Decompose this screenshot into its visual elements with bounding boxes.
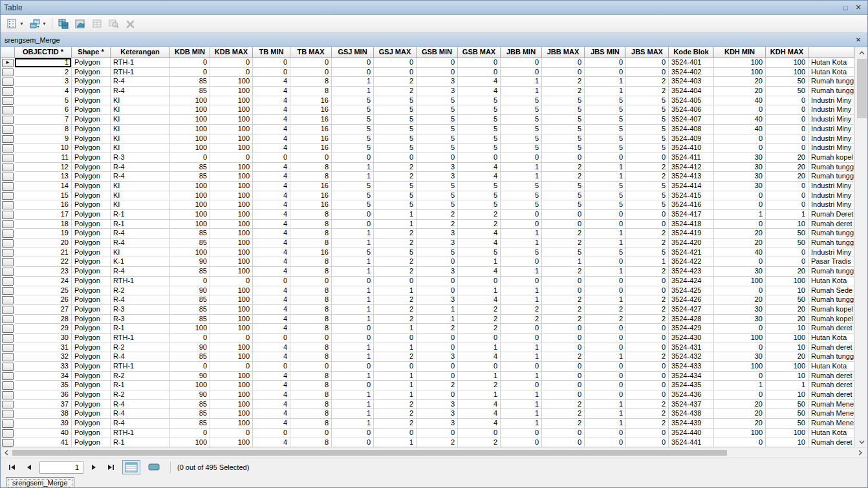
cell[interactable]: Industri Miny: [808, 191, 854, 201]
cell[interactable]: 30: [714, 182, 766, 191]
cell[interactable]: 5: [458, 200, 501, 210]
cell[interactable]: Polygon: [72, 163, 111, 173]
cell[interactable]: 40: [714, 248, 766, 258]
cell[interactable]: 2: [417, 324, 458, 334]
cell[interactable]: Polygon: [72, 409, 111, 419]
cell[interactable]: 3524-409: [669, 134, 714, 144]
cell[interactable]: 100: [210, 352, 253, 362]
row-selector[interactable]: [1, 143, 15, 153]
cell[interactable]: 5: [15, 96, 72, 106]
cell[interactable]: 85: [170, 267, 210, 277]
cell[interactable]: Rumah Mene: [808, 409, 854, 419]
cell[interactable]: 4: [253, 295, 290, 305]
cell[interactable]: 0: [501, 438, 542, 448]
cell[interactable]: 5: [626, 105, 669, 115]
cell[interactable]: 5: [332, 134, 374, 144]
cell[interactable]: 0: [626, 286, 669, 296]
cell[interactable]: 100: [170, 105, 210, 115]
cell[interactable]: 5: [585, 182, 626, 191]
cell[interactable]: 0: [332, 324, 374, 334]
cell[interactable]: 0: [210, 58, 253, 68]
cell[interactable]: 2: [626, 267, 669, 277]
cell[interactable]: 0: [332, 429, 374, 438]
cell[interactable]: 0: [585, 362, 626, 372]
cell[interactable]: 2: [417, 438, 458, 448]
cell[interactable]: 100: [170, 381, 210, 390]
row-selector[interactable]: [1, 239, 15, 248]
column-header[interactable]: JBB MIN: [501, 47, 542, 58]
cell[interactable]: 1: [766, 381, 808, 390]
cell[interactable]: Rumah kopel: [808, 305, 854, 315]
cell[interactable]: 100: [210, 248, 253, 258]
cell[interactable]: 1: [458, 257, 501, 267]
cell[interactable]: 100: [714, 362, 766, 372]
cell[interactable]: 0: [542, 334, 585, 343]
cell[interactable]: 1: [458, 343, 501, 353]
cell[interactable]: 41: [15, 438, 72, 448]
cell[interactable]: 5: [626, 96, 669, 106]
cell[interactable]: Polygon: [72, 210, 111, 220]
row-selector[interactable]: [1, 257, 15, 267]
cell[interactable]: 0: [501, 210, 542, 220]
cell[interactable]: 1: [374, 390, 417, 400]
cell[interactable]: 3524-433: [669, 362, 714, 372]
cell[interactable]: Polygon: [72, 305, 111, 315]
next-record-button[interactable]: [87, 461, 100, 474]
cell[interactable]: 2: [501, 315, 542, 324]
cell[interactable]: 8: [290, 229, 332, 239]
cell[interactable]: 4: [253, 229, 290, 239]
table-options-button[interactable]: ▼: [4, 17, 27, 31]
cell[interactable]: KI: [111, 96, 170, 106]
row-selector[interactable]: [1, 163, 15, 173]
cell[interactable]: Rumah Mene: [808, 419, 854, 429]
cell[interactable]: 2: [15, 68, 72, 78]
cell[interactable]: 10: [766, 372, 808, 381]
cell[interactable]: 4: [253, 324, 290, 334]
cell[interactable]: 0: [585, 277, 626, 286]
cell[interactable]: 85: [170, 229, 210, 239]
cell[interactable]: 0: [417, 372, 458, 381]
cell[interactable]: 85: [170, 77, 210, 87]
cell[interactable]: 100: [210, 77, 253, 87]
cell[interactable]: 3524-429: [669, 324, 714, 334]
cell[interactable]: 0: [253, 277, 290, 286]
row-selector[interactable]: [1, 115, 15, 125]
cell[interactable]: 8: [290, 220, 332, 229]
cell[interactable]: 0: [170, 362, 210, 372]
cell[interactable]: Polygon: [72, 96, 111, 106]
cell[interactable]: 8: [290, 305, 332, 315]
cell[interactable]: 0: [714, 143, 766, 153]
cell[interactable]: 30: [15, 334, 72, 343]
cell[interactable]: 1: [374, 372, 417, 381]
cell[interactable]: 0: [374, 68, 417, 78]
cell[interactable]: Rumah tungg: [808, 295, 854, 305]
cell[interactable]: 0: [374, 429, 417, 438]
cell[interactable]: 5: [501, 143, 542, 153]
cell[interactable]: KI: [111, 182, 170, 191]
cell[interactable]: Polygon: [72, 220, 111, 229]
cell[interactable]: 3524-402: [669, 68, 714, 78]
cell[interactable]: 5: [374, 105, 417, 115]
cell[interactable]: 26: [15, 295, 72, 305]
cell[interactable]: 5: [501, 105, 542, 115]
cell[interactable]: 100: [210, 163, 253, 173]
cell[interactable]: 1: [332, 267, 374, 277]
cell[interactable]: 0: [626, 153, 669, 163]
cell[interactable]: 30: [714, 163, 766, 173]
cell[interactable]: 85: [170, 87, 210, 96]
row-selector[interactable]: [1, 191, 15, 201]
cell[interactable]: 5: [458, 96, 501, 106]
cell[interactable]: 2: [458, 315, 501, 324]
cell[interactable]: 5: [458, 134, 501, 144]
cell[interactable]: 0: [585, 58, 626, 68]
cell[interactable]: Polygon: [72, 286, 111, 296]
row-selector[interactable]: [1, 324, 15, 334]
cell[interactable]: 0: [170, 68, 210, 78]
cell[interactable]: 100: [170, 324, 210, 334]
row-selector[interactable]: [1, 362, 15, 372]
cell[interactable]: 4: [253, 87, 290, 96]
cell[interactable]: 1: [332, 77, 374, 87]
cell[interactable]: 3: [417, 409, 458, 419]
cell[interactable]: 3524-406: [669, 105, 714, 115]
cell[interactable]: 37: [15, 400, 72, 410]
